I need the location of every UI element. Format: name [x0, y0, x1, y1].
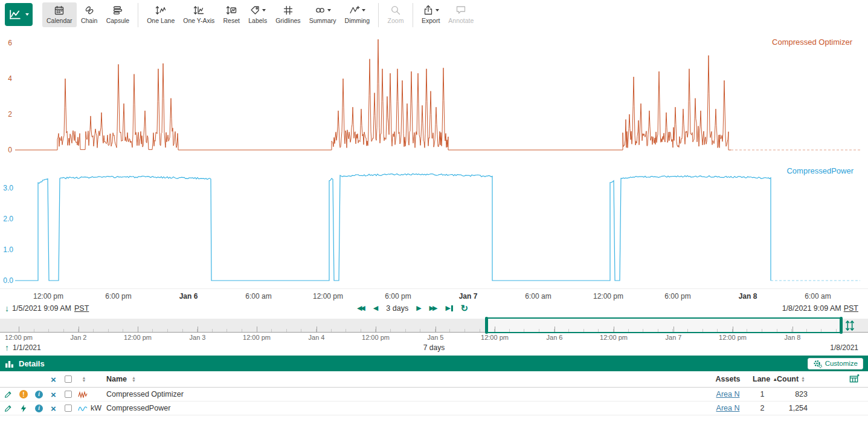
customize-label: Customize [825, 360, 858, 367]
x-axis-label: 6:00 pm [664, 292, 690, 301]
timeline-scrubber[interactable] [0, 319, 868, 333]
table-row[interactable]: !i×Compressed OptimizerArea N1823 [0, 388, 868, 401]
timeline-tick [658, 329, 658, 332]
duration-label[interactable]: 3 days [386, 304, 408, 313]
caret-down-icon [362, 9, 365, 11]
toolbar-item-gridlines[interactable]: Gridlines [271, 2, 304, 27]
timeline-selection[interactable] [486, 317, 841, 333]
column-count[interactable]: Count [777, 375, 799, 383]
toolbar-item-dimming[interactable]: Dimming [341, 2, 374, 27]
jump-back-icon[interactable]: ◀◀ [357, 305, 365, 311]
edit-icon[interactable] [0, 401, 16, 415]
add-column-icon[interactable] [849, 374, 860, 384]
timeline-tick [791, 329, 792, 332]
toolbar-item-reset[interactable]: Reset [219, 2, 244, 27]
spiky-series-icon [78, 390, 88, 399]
sort-type-control[interactable]: ▲▼ [82, 376, 86, 383]
timezone-link-start[interactable]: PST [74, 304, 89, 313]
info-icon[interactable]: i [31, 388, 47, 401]
column-lane[interactable]: Lane [753, 375, 770, 383]
series-label-power[interactable]: CompressedPower [786, 166, 854, 175]
info-icon[interactable]: i [31, 401, 47, 415]
customize-button[interactable]: Customize [808, 358, 863, 369]
range-start-arrow-icon[interactable]: ↓ [5, 304, 9, 313]
selection-right-handle[interactable] [840, 317, 843, 334]
lane-value: 1 [750, 388, 775, 401]
svg-text:2: 2 [8, 110, 12, 119]
step-back-icon[interactable]: ◀ [373, 305, 378, 311]
timeline-tick [687, 329, 688, 332]
go-to-end-icon[interactable]: ▶ [446, 305, 453, 311]
timeline-tick [643, 329, 643, 332]
edit-icon[interactable] [0, 388, 16, 401]
refresh-icon[interactable]: ↻ [461, 304, 469, 313]
toolbar-item-chain[interactable]: Chain [77, 2, 102, 27]
svg-text:6: 6 [8, 39, 12, 47]
bottom-chart[interactable]: 3.02.01.00.0 [0, 157, 868, 287]
table-row[interactable]: i×kWCompressedPowerArea N21,254 [0, 401, 868, 415]
toolbar-item-one-lane[interactable]: One Lane [143, 2, 179, 27]
toolbar-item-export[interactable]: Export [417, 2, 444, 27]
row-checkbox[interactable] [60, 401, 76, 415]
timeline-tick [836, 329, 837, 332]
timeline-label: Jan 4 [309, 334, 325, 341]
onelane-icon [155, 5, 166, 16]
display-range-end: 1/8/2021 9:09 AM [782, 304, 841, 313]
investigate-range-total[interactable]: 7 days [0, 343, 868, 352]
timeline-label: Jan 2 [71, 334, 87, 341]
toolbar-item-labels[interactable]: Labels [244, 2, 271, 27]
timeline-label: 12:00 pm [600, 334, 628, 341]
x-axis-label: 6:00 pm [385, 292, 411, 301]
timeline-label: Jan 8 [785, 334, 801, 341]
item-name[interactable]: Compressed Optimizer [105, 388, 706, 401]
asset-link[interactable]: Area N [716, 404, 740, 412]
column-name[interactable]: Name [106, 375, 127, 383]
asset-link[interactable]: Area N [716, 390, 740, 398]
toolbar-item-calendar[interactable]: Calendar [42, 2, 77, 27]
toolbar-separator [138, 3, 138, 27]
timeline-tick [583, 329, 584, 332]
toolbar-item-one-y-axis[interactable]: One Y-Axis [179, 2, 219, 27]
toolbar-item-capsule[interactable]: Capsule [102, 2, 134, 27]
step-forward-icon[interactable]: ▶ [416, 305, 421, 311]
item-name[interactable]: CompressedPower [105, 401, 706, 415]
timeline-tick [509, 329, 510, 332]
timeline-pan-icon[interactable] [844, 320, 856, 334]
count-value: 823 [775, 388, 815, 401]
remove-all-icon[interactable]: × [51, 375, 56, 384]
sort-name-control[interactable]: ▲▼ [132, 376, 136, 383]
timeline-tick [108, 329, 109, 332]
top-chart[interactable]: 6420 [0, 30, 868, 157]
sort-count-control[interactable]: ▲▼ [801, 376, 805, 383]
timeline-tick-major [138, 327, 138, 332]
bolt-icon[interactable] [19, 404, 28, 413]
toolbar-item-label: Export [422, 17, 440, 24]
unit-label: kW [89, 401, 105, 415]
x-axis-label: 12:00 pm [33, 292, 63, 301]
jump-forward-icon[interactable]: ▶▶ [429, 305, 438, 311]
timeline-tick [806, 329, 807, 332]
warning-icon[interactable]: ! [19, 390, 28, 398]
toolbar-item-summary[interactable]: Summary [305, 2, 341, 27]
remove-icon[interactable]: × [47, 388, 60, 401]
lane-value: 2 [750, 401, 775, 415]
x-axis-label: 6:00 am [525, 292, 551, 301]
trend-view-dropdown[interactable] [5, 3, 33, 26]
series-label-optimizer[interactable]: Compressed Optimizer [772, 37, 852, 47]
selection-left-handle[interactable] [485, 317, 488, 334]
timeline-tick [227, 329, 227, 332]
select-all-checkbox[interactable] [65, 375, 72, 383]
asset-cell: Area N [706, 401, 750, 415]
row-checkbox[interactable] [60, 388, 76, 401]
calendar-icon [54, 5, 65, 16]
details-bars-icon [5, 359, 14, 368]
toolbar-item-label: Annotate [448, 17, 474, 24]
timezone-link-end[interactable]: PST [844, 304, 858, 313]
timeline-tick [449, 329, 450, 332]
timeline-tick [167, 329, 168, 332]
export-icon [423, 5, 434, 16]
remove-icon[interactable]: × [47, 401, 60, 415]
column-assets[interactable]: Assets [716, 375, 741, 383]
toolbar-item-label: Calendar [47, 17, 72, 24]
timeline-tick-major [674, 327, 674, 332]
